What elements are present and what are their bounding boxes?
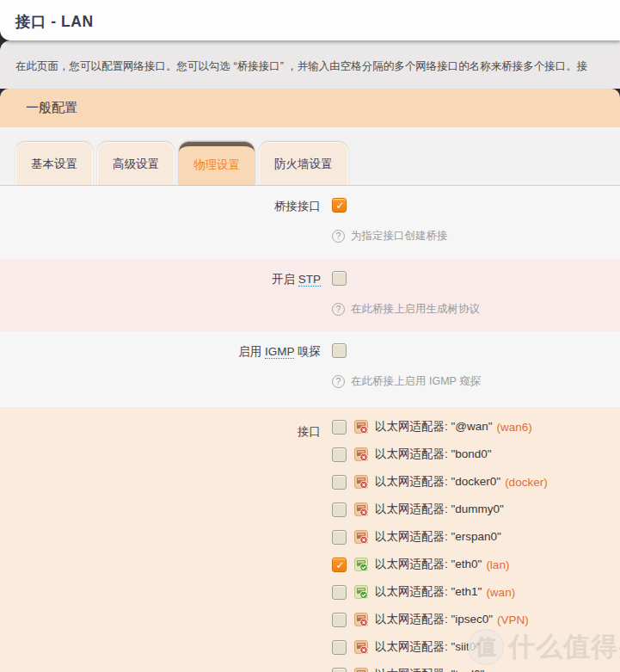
help-icon: ?: [332, 230, 345, 243]
section-title: 一般配置: [0, 89, 620, 116]
ethernet-down-icon: [354, 668, 368, 672]
stp-abbr: STP: [298, 273, 321, 287]
list-item-docker0: 以太网适配器: "docker0" (docker): [332, 468, 620, 496]
list-item-erspan0: 以太网适配器: "erspan0": [332, 523, 620, 551]
form-row-stp: 开启 STP ? 在此桥接上启用生成树协议: [0, 259, 620, 331]
igmp-label-prefix: 启用: [238, 345, 265, 358]
interface-net-name: (wan6): [497, 421, 532, 434]
interface-label: 以太网适配器: "eth0": [375, 557, 482, 572]
ethernet-down-icon: [354, 475, 368, 489]
interface-label: 以太网适配器: "docker0": [375, 474, 500, 490]
ethernet-down-icon: [354, 447, 368, 461]
interface-net-name: (docker): [505, 476, 548, 489]
interface-label: 以太网适配器: "teql0": [375, 667, 484, 672]
list-item-eth0: 以太网适配器: "eth0" (lan): [332, 551, 620, 578]
luci-interface-page: 接口 - LAN 在此页面，您可以配置网络接口。您可以勾选 “桥接接口” ，并输…: [0, 0, 620, 672]
igmp-hint-text: 在此桥接上启用 IGMP 窥探: [351, 374, 481, 389]
igmp-abbr: IGMP: [265, 345, 294, 359]
interface-label: 以太网适配器: "siit0": [375, 639, 480, 655]
interface-checkbox[interactable]: [332, 585, 347, 600]
description-bar: 在此页面，您可以配置网络接口。您可以勾选 “桥接接口” ，并输入由空格分隔的多个…: [0, 40, 620, 89]
interface-label: 以太网适配器: "erspan0": [375, 529, 501, 545]
page-description: 在此页面，您可以配置网络接口。您可以勾选 “桥接接口” ，并输入由空格分隔的多个…: [0, 40, 620, 74]
interface-net-name: (wan): [486, 586, 515, 599]
list-item-ipsec0: 以太网适配器: "ipsec0" (VPN): [332, 606, 620, 633]
interface-checkbox[interactable]: [332, 613, 347, 627]
interface-label: 以太网适配器: "eth1": [375, 584, 482, 600]
tab-physical-settings[interactable]: 物理设置: [179, 142, 255, 185]
interface-net-name: (lan): [486, 558, 509, 571]
interface-label: 以太网适配器: "bond0": [375, 447, 492, 462]
stp-hint-text: 在此桥接上启用生成树协议: [351, 302, 480, 317]
igmp-label-suffix: 嗅探: [294, 345, 321, 358]
list-item-siit0: 以太网适配器: "siit0": [332, 633, 620, 661]
igmp-hint: ? 在此桥接上启用 IGMP 窥探: [332, 374, 620, 389]
ethernet-down-icon: [354, 502, 368, 516]
list-item-bond0: 以太网适配器: "bond0": [332, 441, 620, 468]
bridge-hint-text: 为指定接口创建桥接: [351, 229, 448, 244]
interface-checkbox[interactable]: [332, 447, 347, 462]
help-icon: ?: [332, 303, 345, 316]
interface-net-name: (VPN): [497, 613, 529, 626]
ethernet-up-icon: [354, 558, 368, 571]
help-icon: ?: [332, 375, 345, 388]
stp-label: 开启 STP: [0, 259, 321, 331]
interface-checkbox[interactable]: [332, 475, 347, 490]
ethernet-up-icon: [354, 585, 368, 599]
form-row-bridge: 桥接接口 ? 为指定接口创建桥接: [0, 186, 620, 259]
page-header: 接口 - LAN: [0, 0, 620, 40]
tabs: 基本设置 高级设置 物理设置 防火墙设置: [15, 142, 348, 185]
list-item-wan6: 以太网适配器: "@wan" (wan6): [332, 413, 620, 441]
tab-strip: 基本设置 高级设置 物理设置 防火墙设置: [0, 127, 620, 186]
form-row-interfaces: 接口 以太网适配器: "@wan" (wan6) 以太网适配器: "bond0": [0, 407, 620, 672]
interface-label: 以太网适配器: "ipsec0": [375, 612, 493, 627]
igmp-checkbox[interactable]: [332, 343, 347, 358]
interface-label: 以太网适配器: "dummy0": [375, 502, 504, 517]
ethernet-down-icon: [354, 530, 368, 544]
ethernet-down-icon: [354, 613, 368, 626]
interface-list: 以太网适配器: "@wan" (wan6) 以太网适配器: "bond0" 以太…: [332, 413, 620, 672]
bridge-label: 桥接接口: [0, 186, 321, 259]
stp-checkbox[interactable]: [332, 271, 347, 286]
interface-checkbox[interactable]: [332, 558, 347, 572]
stp-hint: ? 在此桥接上启用生成树协议: [332, 302, 620, 317]
interfaces-label: 接口: [0, 407, 321, 672]
bridge-hint: ? 为指定接口创建桥接: [332, 229, 620, 244]
interface-checkbox[interactable]: [332, 530, 347, 545]
page-title: 接口 - LAN: [0, 0, 620, 32]
physical-settings-form: 桥接接口 ? 为指定接口创建桥接 开启 STP ? 在此桥接上启用生成树协议: [0, 186, 620, 672]
interface-checkbox[interactable]: [332, 640, 347, 655]
ethernet-down-icon: [354, 420, 368, 434]
form-row-igmp: 启用 IGMP 嗅探 ? 在此桥接上启用 IGMP 窥探: [0, 331, 620, 407]
stp-label-prefix: 开启: [272, 273, 298, 286]
interface-label: 以太网适配器: "@wan": [375, 419, 493, 435]
interface-checkbox[interactable]: [332, 420, 347, 435]
interface-checkbox[interactable]: [332, 668, 347, 672]
bridge-checkbox[interactable]: [332, 198, 347, 213]
list-item-teql0: 以太网适配器: "teql0": [332, 661, 620, 672]
list-item-dummy0: 以太网适配器: "dummy0": [332, 496, 620, 523]
tab-firewall-settings[interactable]: 防火墙设置: [259, 142, 348, 185]
tab-advanced-settings[interactable]: 高级设置: [97, 142, 175, 185]
igmp-label: 启用 IGMP 嗅探: [0, 331, 321, 407]
section-header-general-config: 一般配置: [0, 89, 620, 127]
interface-checkbox[interactable]: [332, 502, 347, 517]
ethernet-down-icon: [354, 640, 368, 654]
tab-basic-settings[interactable]: 基本设置: [15, 142, 93, 185]
list-item-eth1: 以太网适配器: "eth1" (wan): [332, 578, 620, 606]
